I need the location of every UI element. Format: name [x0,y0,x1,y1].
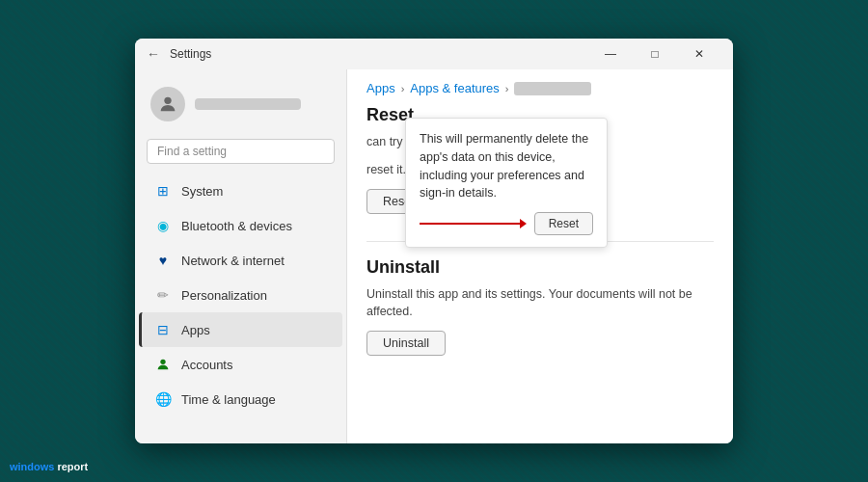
search-input[interactable]: Find a setting [147,139,335,164]
uninstall-section-title: Uninstall [347,254,733,285]
window-title: Settings [170,47,588,61]
svg-point-1 [160,360,165,364]
minimize-button[interactable]: — [588,39,633,69]
apps-icon: ⊟ [154,321,172,338]
tooltip-arrow-row: Reset [420,212,593,235]
accounts-icon [154,356,172,373]
sidebar-item-label: System [181,184,223,199]
uninstall-button[interactable]: Uninstall [366,331,446,356]
maximize-button[interactable]: □ [633,39,677,69]
time-icon: 🌐 [154,390,172,408]
arrow-head [520,219,527,228]
bluetooth-icon: ◉ [154,217,172,234]
breadcrumb-sep-1: › [401,83,405,94]
uninstall-description: Uninstall this app and its settings. You… [366,285,714,322]
settings-window: ← Settings — □ ✕ Find a setting [135,39,733,443]
sidebar: Find a setting ⊞ System ◉ Bluetooth & de… [135,69,347,443]
breadcrumb-app-name [514,82,591,95]
sidebar-item-label: Network & internet [181,254,285,268]
breadcrumb-features[interactable]: Apps & features [410,81,500,95]
breadcrumb-sep-2: › [505,83,509,94]
sidebar-item-label: Bluetooth & devices [181,219,292,233]
network-icon: ♥ [154,252,172,269]
window-body: Find a setting ⊞ System ◉ Bluetooth & de… [135,69,733,443]
user-name-blur [195,98,301,110]
tooltip-reset-button[interactable]: Reset [534,212,593,235]
sidebar-item-system[interactable]: ⊞ System [139,174,342,208]
sidebar-item-accounts[interactable]: Accounts [139,347,342,382]
breadcrumb: Apps › Apps & features › [347,69,733,101]
main-content: Apps › Apps & features › Reset can try t… [347,69,733,443]
sidebar-item-label: Accounts [181,358,232,372]
user-section [135,77,346,131]
arrow-line [420,219,527,228]
uninstall-section-body: Uninstall this app and its settings. You… [347,285,733,372]
sidebar-item-label: Personalization [181,288,267,303]
svg-point-0 [164,97,171,104]
title-bar: ← Settings — □ ✕ [135,39,733,69]
sidebar-item-network[interactable]: ♥ Network & internet [139,243,342,278]
tooltip-text: This will permanently delete the app's d… [420,130,593,202]
personalization-icon: ✏ [154,286,172,304]
sidebar-item-personalization[interactable]: ✏ Personalization [139,278,342,312]
sidebar-item-time[interactable]: 🌐 Time & language [139,382,342,416]
sidebar-item-label: Time & language [181,392,276,407]
window-controls: — □ ✕ [588,39,721,69]
sidebar-item-bluetooth[interactable]: ◉ Bluetooth & devices [139,208,342,243]
logo-report-text: report [57,461,88,472]
system-icon: ⊞ [154,182,172,200]
breadcrumb-apps[interactable]: Apps [366,81,395,95]
reset-tooltip: This will permanently delete the app's d… [405,118,608,248]
close-button[interactable]: ✕ [677,39,721,69]
sidebar-item-apps[interactable]: ⊟ Apps [139,312,342,347]
avatar [150,87,185,121]
windows-report-logo: windows report [10,461,88,472]
arrow-shaft [420,223,520,225]
logo-windows-text: windows [10,461,54,472]
back-button[interactable]: ← [147,46,160,62]
sidebar-item-label: Apps [181,323,210,337]
